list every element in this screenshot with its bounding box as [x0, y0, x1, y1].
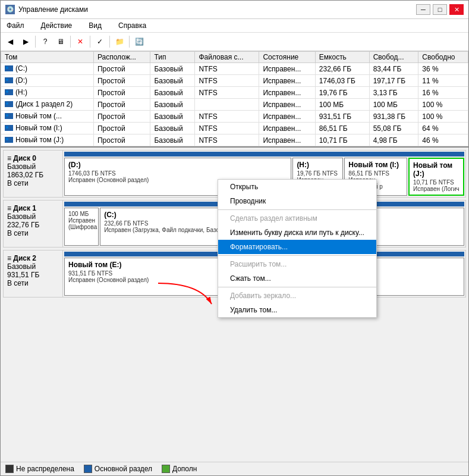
cell-location: Простой: [93, 134, 150, 146]
cell-capacity: 1746,03 ГБ: [315, 75, 369, 87]
disk0-h-label: (H:): [297, 161, 339, 169]
table-row[interactable]: (D:) Простой Базовый NTFS Исправен... 17…: [1, 75, 468, 87]
cell-capacity: 86,51 ГБ: [315, 123, 369, 134]
cell-free-pct: 100 %: [418, 99, 468, 111]
cell-fs: NTFS: [195, 63, 259, 75]
context-menu: Открыть Проводник Сделать раздел активны…: [218, 179, 377, 318]
cell-type: Базовый: [150, 111, 195, 123]
back-button[interactable]: ◀: [3, 35, 17, 49]
menu-view[interactable]: Вид: [85, 20, 105, 31]
cell-free-pct: 64 %: [418, 123, 468, 134]
ctx-delete[interactable]: Удалить том...: [218, 303, 376, 317]
disk0-type: Базовый: [7, 162, 59, 171]
disk1-type: Базовый: [7, 212, 59, 221]
toolbar-sep-1: [35, 36, 36, 48]
cell-fs: NTFS: [195, 75, 259, 87]
check-button[interactable]: ✓: [93, 35, 107, 49]
ctx-sep-1: [218, 209, 376, 210]
folder-button[interactable]: 📁: [112, 35, 127, 49]
disk2-label: ≡ Диск 2 Базовый 931,51 ГБ В сети: [4, 250, 63, 297]
cell-fs: NTFS: [195, 87, 259, 99]
disk0-label: ≡ Диск 0 Базовый 1863,02 ГБ В сети: [4, 151, 63, 197]
cell-free-pct: 100 %: [418, 111, 468, 123]
col-header-free-pct[interactable]: Свободно: [418, 52, 468, 63]
legend-primary: Основной раздел: [84, 465, 152, 473]
col-header-volume[interactable]: Том: [1, 52, 94, 63]
disk-panels: ≡ Диск 0 Базовый 1863,02 ГБ В сети (D:) …: [1, 148, 468, 462]
table-row[interactable]: Новый том (J:) Простой Базовый NTFS Испр…: [1, 134, 468, 146]
ctx-shrink[interactable]: Сжать том...: [218, 271, 376, 286]
cell-free: 4,98 ГБ: [369, 134, 418, 146]
ctx-explorer[interactable]: Проводник: [218, 194, 376, 208]
col-header-status[interactable]: Состояние: [259, 52, 315, 63]
refresh-button[interactable]: 🔄: [132, 35, 146, 49]
menu-help[interactable]: Справка: [115, 20, 150, 31]
table-row[interactable]: Новый том (... Простой Базовый NTFS Испр…: [1, 111, 468, 123]
ctx-change-letter[interactable]: Изменить букву диска или путь к диску...: [218, 226, 376, 240]
ctx-open[interactable]: Открыть: [218, 180, 376, 194]
cell-volume: (H:): [1, 87, 94, 99]
help-button[interactable]: ?: [38, 35, 52, 49]
disk2-name: ≡ Диск 2: [7, 254, 59, 262]
cell-fs: NTFS: [195, 123, 259, 134]
disk1-size: 232,76 ГБ: [7, 221, 59, 229]
cell-volume: Новый том (I:): [1, 123, 94, 134]
menu-file[interactable]: Файл: [3, 20, 28, 31]
delete-button[interactable]: ✕: [73, 35, 87, 49]
disk0-h-size: 19,76 ГБ NTFS: [297, 170, 339, 177]
disk1-partition-system[interactable]: 100 МБ Исправен (Шифрова: [64, 208, 99, 246]
cell-free: 55,08 ГБ: [369, 123, 418, 134]
ctx-format[interactable]: Форматировать...: [218, 240, 376, 254]
col-header-free[interactable]: Свобод...: [369, 52, 418, 63]
toolbar-sep-5: [129, 36, 130, 48]
cell-free: 3,13 ГБ: [369, 87, 418, 99]
cell-capacity: 931,51 ГБ: [315, 111, 369, 123]
disk0-d-size: 1746,03 ГБ NTFS: [68, 170, 287, 177]
volumes-table-section: Том Располож... Тип Файловая с... Состоя…: [1, 51, 468, 148]
disk2-size: 931,51 ГБ: [7, 271, 59, 279]
menu-action[interactable]: Действие: [37, 20, 76, 31]
toolbar-sep-2: [70, 36, 71, 48]
cell-type: Базовый: [150, 99, 195, 111]
legend-unalloc-label: Не распределена: [16, 465, 74, 473]
forward-button[interactable]: ▶: [18, 35, 33, 49]
col-header-capacity[interactable]: Емкость: [315, 52, 369, 63]
disk0-size: 1863,02 ГБ: [7, 171, 59, 179]
cell-status: Исправен...: [259, 134, 315, 146]
cell-status: Исправен...: [259, 111, 315, 123]
legend-primary-label: Основной раздел: [95, 465, 152, 473]
main-content: Том Располож... Тип Файловая с... Состоя…: [1, 51, 468, 475]
toolbar-sep-4: [109, 36, 110, 48]
disk0-j-status: Исправен (Логич: [413, 186, 459, 192]
maximize-button[interactable]: □: [433, 4, 447, 15]
disk0-d-label: (D:): [68, 161, 287, 169]
disk1-status: В сети: [7, 229, 59, 237]
minimize-button[interactable]: ─: [416, 4, 430, 15]
ctx-activate: Сделать раздел активным: [218, 211, 376, 226]
title-controls: ─ □ ✕: [416, 4, 464, 15]
disk0-i-label: Новый том (I:): [348, 161, 403, 169]
table-row[interactable]: (C:) Простой Базовый NTFS Исправен... 23…: [1, 63, 468, 75]
cell-volume: Новый том (J:): [1, 134, 94, 146]
table-row[interactable]: Новый том (I:) Простой Базовый NTFS Испр…: [1, 123, 468, 134]
disk1-name: ≡ Диск 1: [7, 204, 59, 212]
close-button[interactable]: ✕: [449, 4, 464, 15]
cell-capacity: 10,71 ГБ: [315, 134, 369, 146]
table-row[interactable]: (H:) Простой Базовый NTFS Исправен... 19…: [1, 87, 468, 99]
cell-free: 197,17 ГБ: [369, 75, 418, 87]
col-header-location[interactable]: Располож...: [93, 52, 150, 63]
col-header-fs[interactable]: Файловая с...: [195, 52, 259, 63]
cell-capacity: 19,76 ГБ: [315, 87, 369, 99]
disk0-j-size: 10,71 ГБ NTFS: [413, 179, 459, 186]
col-header-type[interactable]: Тип: [150, 52, 195, 63]
properties-button[interactable]: 🖥: [53, 35, 68, 49]
cell-location: Простой: [93, 75, 150, 87]
main-window: 💿 Управление дисками ─ □ ✕ Файл Действие…: [0, 0, 469, 476]
disk2-type: Базовый: [7, 262, 59, 271]
table-row[interactable]: (Диск 1 раздел 2) Простой Базовый Исправ…: [1, 99, 468, 111]
disk0-partition-j[interactable]: Новый том (J:) 10,71 ГБ NTFS Исправен (Л…: [408, 158, 464, 196]
ctx-extend: Расширить том...: [218, 257, 376, 271]
cell-volume: (Диск 1 раздел 2): [1, 99, 94, 111]
disk1-label: ≡ Диск 1 Базовый 232,76 ГБ В сети: [4, 201, 63, 247]
toolbar-sep-3: [90, 36, 90, 48]
